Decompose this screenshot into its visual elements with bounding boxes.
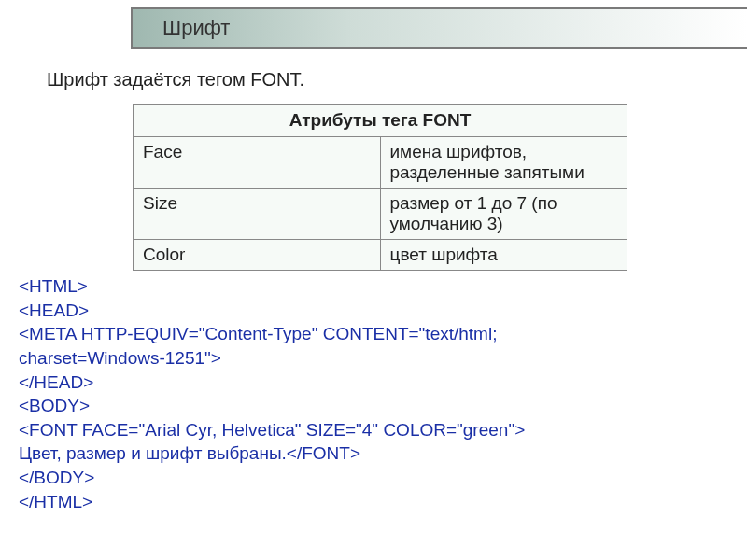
attr-name: Color bbox=[134, 240, 381, 271]
table-row: Size размер от 1 до 7 (по умолчанию 3) bbox=[134, 189, 627, 240]
table-row: Color цвет шрифта bbox=[134, 240, 627, 271]
table-header: Атрибуты тега FONT bbox=[134, 105, 627, 137]
font-attributes-table: Атрибуты тега FONT Face имена шрифтов, р… bbox=[133, 104, 627, 271]
attr-desc: имена шрифтов, разделенные запятыми bbox=[380, 137, 627, 189]
attr-name: Size bbox=[134, 189, 381, 240]
table-row: Face имена шрифтов, разделенные запятыми bbox=[134, 137, 627, 189]
table-header-row: Атрибуты тега FONT bbox=[134, 105, 627, 137]
code-example: <HTML> <HEAD> <META HTTP-EQUIV="Content-… bbox=[19, 274, 747, 513]
slide-title: Шрифт bbox=[162, 16, 230, 40]
attr-desc: размер от 1 до 7 (по умолчанию 3) bbox=[380, 189, 627, 240]
attr-name: Face bbox=[134, 137, 381, 189]
attr-desc: цвет шрифта bbox=[380, 240, 627, 271]
title-bar: Шрифт bbox=[131, 7, 747, 49]
intro-text: Шрифт задаётся тегом FONT. bbox=[47, 69, 747, 91]
